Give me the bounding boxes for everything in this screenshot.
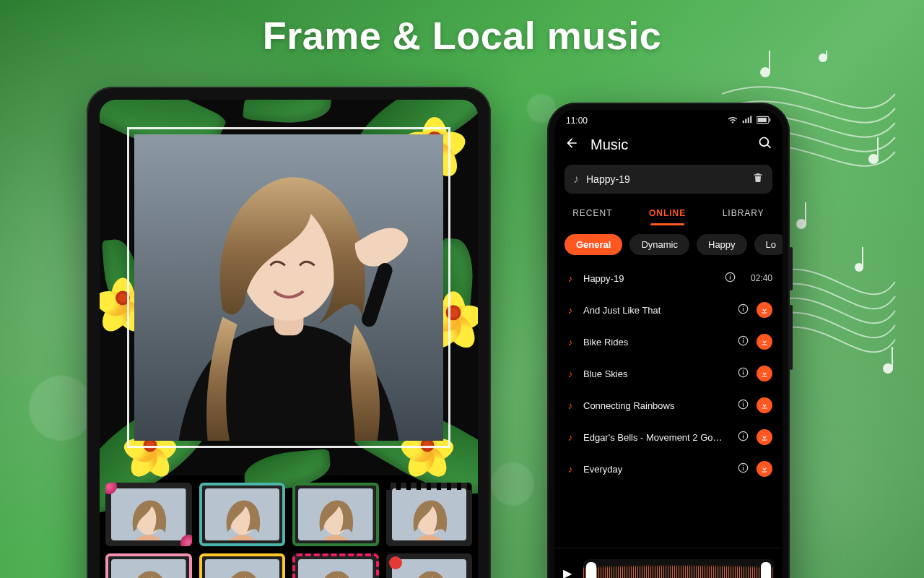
tab-online[interactable]: ONLINE	[646, 204, 689, 225]
svg-rect-59	[742, 435, 743, 438]
download-icon[interactable]	[757, 429, 772, 445]
svg-rect-50	[742, 340, 743, 342]
back-icon[interactable]	[565, 136, 580, 153]
battery-icon	[757, 116, 771, 126]
svg-point-6	[796, 219, 806, 229]
music-note-icon: ♪	[565, 273, 576, 284]
music-header: Music	[554, 131, 783, 160]
svg-rect-60	[742, 434, 743, 434]
category-chips: GeneralDynamicHappyLo	[554, 225, 783, 259]
track-title: Blue Skies	[583, 368, 729, 379]
frame-thumbnail[interactable]	[199, 553, 286, 578]
download-icon[interactable]	[757, 397, 772, 413]
delete-icon[interactable]	[752, 172, 764, 186]
svg-rect-41	[758, 117, 767, 121]
bokeh-dot	[491, 462, 534, 506]
info-icon[interactable]	[736, 462, 749, 475]
phone-side-button	[790, 247, 793, 290]
frame-thumbnail[interactable]	[199, 483, 286, 546]
svg-rect-48	[742, 306, 743, 307]
svg-rect-57	[742, 402, 743, 402]
current-track-bar: ♪ Happy-19	[565, 165, 772, 194]
svg-rect-42	[770, 118, 771, 121]
info-icon[interactable]	[736, 367, 749, 380]
track-title: Happy-19	[583, 273, 716, 284]
svg-rect-53	[742, 371, 743, 374]
info-icon[interactable]	[723, 272, 736, 285]
svg-rect-56	[742, 403, 743, 406]
svg-rect-3	[826, 51, 827, 59]
music-note-icon: ♪	[565, 305, 576, 316]
svg-rect-51	[742, 338, 743, 339]
track-row[interactable]: ♪Connecting Rainbows	[565, 389, 772, 421]
svg-rect-7	[805, 202, 806, 225]
track-row[interactable]: ♪Bike Rides	[565, 326, 772, 358]
track-title: Bike Rides	[583, 337, 729, 348]
track-duration: 02:40	[744, 273, 772, 283]
phone-screen: 11:00 Music	[554, 110, 783, 578]
music-note-icon: ♪	[565, 400, 576, 411]
svg-point-0	[760, 67, 770, 77]
chip-lo[interactable]: Lo	[754, 234, 783, 255]
framed-photo	[134, 134, 443, 441]
download-icon[interactable]	[757, 334, 772, 350]
phone-side-button	[790, 305, 793, 370]
svg-rect-1	[769, 51, 770, 74]
wifi-icon	[728, 116, 738, 126]
music-note-icon: ♪	[573, 173, 579, 186]
svg-rect-63	[742, 465, 743, 466]
music-note-icon: ♪	[565, 432, 576, 443]
status-bar: 11:00	[554, 110, 783, 131]
download-icon[interactable]	[757, 302, 772, 318]
track-row[interactable]: ♪Edgar's Bells - Movement 2 Go…	[565, 421, 772, 453]
header-title: Music	[590, 137, 746, 153]
svg-rect-44	[729, 276, 730, 279]
svg-rect-62	[742, 467, 743, 470]
track-list: ♪Happy-1902:40♪And Just Like That♪Bike R…	[554, 259, 783, 548]
tab-library[interactable]: LIBRARY	[720, 204, 767, 225]
frame-thumbnails-grid	[100, 475, 478, 578]
svg-rect-11	[892, 347, 893, 370]
info-icon[interactable]	[736, 431, 749, 444]
chip-dynamic[interactable]: Dynamic	[629, 234, 689, 255]
svg-point-10	[883, 363, 893, 374]
track-row[interactable]: ♪Blue Skies	[565, 358, 772, 389]
chip-general[interactable]: General	[565, 234, 622, 255]
waveform[interactable]	[583, 559, 774, 579]
info-icon[interactable]	[736, 335, 749, 348]
chip-happy[interactable]: Happy	[697, 234, 747, 255]
track-title: Everyday	[583, 464, 729, 475]
svg-rect-45	[729, 275, 730, 275]
download-icon[interactable]	[757, 366, 772, 381]
trim-handle-right[interactable]	[761, 562, 771, 579]
audio-trimmer: ▶	[554, 548, 783, 578]
signal-icon	[742, 116, 752, 126]
info-icon[interactable]	[736, 399, 749, 412]
svg-rect-54	[742, 370, 743, 371]
frame-thumbnail[interactable]	[292, 483, 379, 546]
music-note-icon: ♪	[565, 368, 576, 379]
music-note-icon: ♪	[565, 464, 576, 475]
track-row[interactable]: ♪Happy-1902:40	[565, 262, 772, 294]
frame-thumbnail[interactable]	[105, 553, 192, 578]
tab-recent[interactable]: RECENT	[570, 204, 615, 225]
frame-thumbnail[interactable]	[386, 483, 473, 546]
status-indicators	[728, 116, 771, 126]
frame-thumbnail[interactable]	[292, 553, 379, 578]
download-icon[interactable]	[757, 461, 772, 477]
frame-thumbnail[interactable]	[386, 553, 473, 578]
info-icon[interactable]	[736, 303, 749, 316]
frame-preview[interactable]	[100, 100, 478, 475]
tablet-screen	[100, 100, 478, 578]
tablet-device-frame	[87, 87, 491, 578]
play-icon[interactable]: ▶	[563, 566, 576, 578]
track-title: Edgar's Bells - Movement 2 Go…	[583, 432, 729, 443]
phone-device-frame: 11:00 Music	[547, 103, 790, 578]
track-title: And Just Like That	[583, 305, 729, 316]
search-icon[interactable]	[757, 136, 772, 153]
track-title: Connecting Rainbows	[583, 400, 729, 411]
frame-thumbnail[interactable]	[105, 483, 192, 546]
track-row[interactable]: ♪And Just Like That	[565, 294, 772, 326]
trim-handle-left[interactable]	[586, 562, 596, 579]
track-row[interactable]: ♪Everyday	[565, 453, 772, 485]
